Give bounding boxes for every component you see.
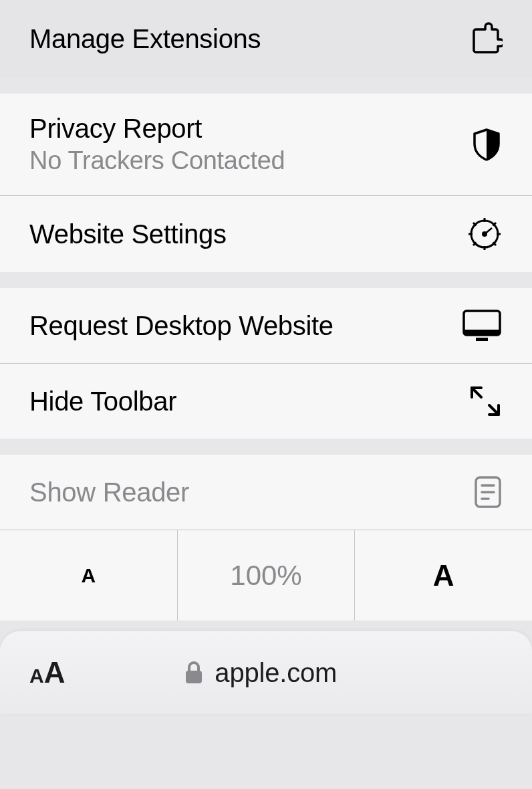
- address-bar[interactable]: AA apple.com: [0, 631, 532, 714]
- website-settings-item[interactable]: Website Settings: [0, 196, 532, 272]
- website-settings-label: Website Settings: [29, 219, 227, 249]
- svg-rect-20: [186, 671, 202, 683]
- privacy-report-item[interactable]: Privacy Report No Trackers Contacted: [0, 94, 532, 195]
- manage-extensions-item[interactable]: Manage Extensions: [0, 0, 532, 78]
- hide-toolbar-item[interactable]: Hide Toolbar: [0, 364, 532, 439]
- show-reader-label: Show Reader: [29, 477, 189, 508]
- zoom-decrease-glyph: A: [82, 564, 96, 587]
- gear-icon: [467, 216, 503, 252]
- privacy-report-label: Privacy Report: [29, 114, 285, 144]
- show-reader-item: Show Reader: [0, 455, 532, 530]
- request-desktop-label: Request Desktop Website: [29, 311, 334, 341]
- svg-line-10: [485, 228, 492, 234]
- aa-small-glyph: A: [29, 665, 44, 687]
- text-size-button[interactable]: AA: [29, 656, 65, 689]
- svg-rect-13: [476, 338, 488, 341]
- aa-big-glyph: A: [44, 656, 65, 689]
- zoom-increase-button[interactable]: A: [355, 530, 532, 621]
- zoom-level-display[interactable]: 100%: [177, 530, 356, 621]
- puzzle-piece-icon: [465, 20, 503, 58]
- desktop-computer-icon: [461, 308, 503, 343]
- zoom-level-text: 100%: [230, 560, 301, 592]
- zoom-increase-glyph: A: [433, 559, 454, 592]
- zoom-decrease-button[interactable]: A: [0, 530, 177, 621]
- svg-line-15: [489, 405, 499, 415]
- hide-toolbar-label: Hide Toolbar: [29, 386, 176, 417]
- document-text-icon: [473, 475, 503, 510]
- svg-rect-12: [464, 330, 500, 335]
- domain-text: apple.com: [215, 658, 337, 688]
- request-desktop-item[interactable]: Request Desktop Website: [0, 288, 532, 363]
- svg-line-14: [472, 388, 481, 397]
- zoom-controls: A 100% A: [0, 530, 532, 621]
- privacy-report-sublabel: No Trackers Contacted: [29, 146, 285, 175]
- manage-extensions-label: Manage Extensions: [29, 24, 261, 54]
- shield-half-icon: [471, 127, 503, 162]
- lock-icon: [184, 660, 204, 685]
- expand-arrows-icon: [468, 384, 503, 419]
